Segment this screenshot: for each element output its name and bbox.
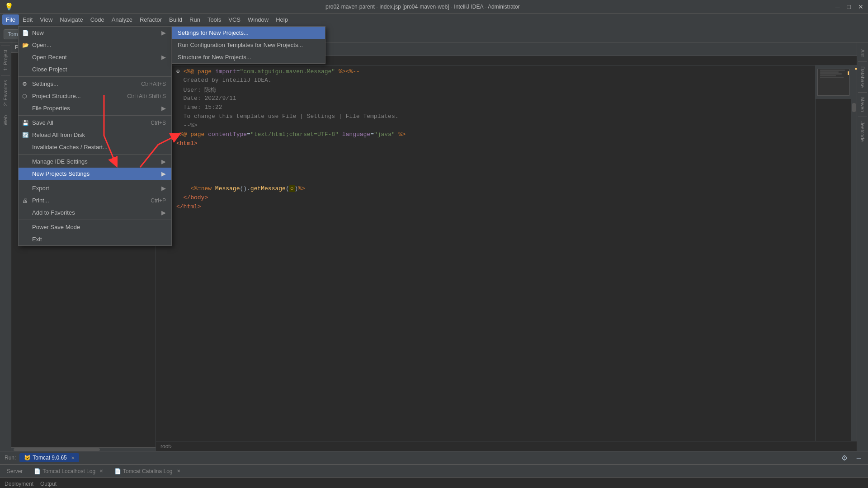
web-tab[interactable]: Web xyxy=(1,111,10,130)
fm-new-projects-settings[interactable]: New Projects Settings ▶ xyxy=(19,168,171,180)
fm-divider-1 xyxy=(19,76,171,77)
fm-new-label: New xyxy=(32,29,44,36)
fm-manage-ide[interactable]: Manage IDE Settings ▶ xyxy=(19,155,171,168)
maximize-button[interactable]: □ xyxy=(847,3,851,10)
fm-close-project[interactable]: Close Project xyxy=(19,63,171,75)
close-button[interactable]: ✕ xyxy=(858,3,863,10)
fm-power-save-label: Power Save Mode xyxy=(32,224,80,230)
fm-save-all[interactable]: 💾 Save All Ctrl+S xyxy=(19,117,171,129)
code-line-11: 11 xyxy=(156,158,815,167)
menu-build[interactable]: Build xyxy=(165,14,186,25)
menu-bar: File Edit View Navigate Code Analyze Ref… xyxy=(0,14,868,26)
bottom-tab-catalina-log[interactable]: 📄 Tomcat Catalina Log ✕ xyxy=(110,466,184,476)
menu-refactor[interactable]: Refactor xyxy=(136,14,165,25)
fm-add-favorites[interactable]: Add to Favorites ▶ xyxy=(19,206,171,219)
fm-divider-4 xyxy=(19,181,171,181)
fm-file-properties[interactable]: File Properties ▶ xyxy=(19,102,171,114)
open-icon: 📂 xyxy=(22,42,29,48)
fm-reload-disk[interactable]: 🔄 Reload All from Disk xyxy=(19,129,171,141)
menu-run[interactable]: Run xyxy=(186,14,204,25)
print-icon: 🖨 xyxy=(22,197,28,204)
fm-project-structure-label: Project Structure... xyxy=(32,93,81,99)
code-line-1: 1 ⊕ <%@ page import="com.atguigu.maven.M… xyxy=(156,68,815,77)
run-strip: Run: 🐱 Tomcat 9.0.65 ✕ ⚙ ─ xyxy=(0,451,868,465)
fm-print-label: Print... xyxy=(32,197,49,204)
file-properties-arrow: ▶ xyxy=(161,105,166,112)
fm-add-favorites-label: Add to Favorites xyxy=(32,209,75,216)
ant-tab[interactable]: Ant xyxy=(858,45,867,62)
editor-vscrollbar[interactable] xyxy=(851,66,857,441)
project-structure-icon: ⬡ xyxy=(22,93,27,99)
minimize-button[interactable]: ─ xyxy=(835,3,840,10)
scroll-marker-yellow xyxy=(855,68,857,70)
sm-structure-new[interactable]: Structure for New Projects... xyxy=(172,51,325,63)
menu-edit[interactable]: Edit xyxy=(19,14,36,25)
maven-tab[interactable]: Maven xyxy=(858,93,867,117)
favorites-tab[interactable]: 2: Favorites xyxy=(1,75,10,110)
run-label: Run: xyxy=(5,455,16,461)
left-vertical-tabs: 1: Project 2: Favorites Web xyxy=(0,42,11,451)
code-line-12: 12 xyxy=(156,167,815,176)
fm-exit-label: Exit xyxy=(32,236,42,243)
menu-vcs[interactable]: VCS xyxy=(225,14,244,25)
jeetcode-tab[interactable]: Jeetcode xyxy=(858,117,867,146)
fm-divider-5 xyxy=(19,220,171,220)
menu-window[interactable]: Window xyxy=(244,14,272,25)
fm-settings-shortcut: Ctrl+Alt+S xyxy=(141,81,166,87)
run-tab-tomcat[interactable]: 🐱 Tomcat 9.0.65 ✕ xyxy=(19,453,79,462)
menu-analyze[interactable]: Analyze xyxy=(108,14,136,25)
code-editor[interactable]: 1 ⊕ <%@ page import="com.atguigu.maven.M… xyxy=(156,66,815,441)
bottom-subtabs: Deployment Output xyxy=(0,478,868,488)
code-line-14: 14 <%=new Message().getMessage(○)%> xyxy=(156,185,815,194)
code-footer: root › xyxy=(156,441,857,451)
database-tab[interactable]: Database xyxy=(858,62,867,93)
fm-open-recent[interactable]: Open Recent ▶ xyxy=(19,51,171,63)
fm-export[interactable]: Export ▶ xyxy=(19,182,171,194)
menu-navigate[interactable]: Navigate xyxy=(56,14,86,25)
menu-view[interactable]: View xyxy=(36,14,56,25)
code-line-17: 17 xyxy=(156,212,815,221)
fm-reload-label: Reload All from Disk xyxy=(32,131,85,138)
run-minimize-button[interactable]: ─ xyxy=(854,453,863,463)
menu-code[interactable]: Code xyxy=(87,14,108,25)
deployment-tab[interactable]: Deployment xyxy=(5,481,33,487)
menu-file[interactable]: File xyxy=(2,14,19,25)
add-favorites-arrow: ▶ xyxy=(161,209,166,216)
fm-power-save[interactable]: Power Save Mode xyxy=(19,221,171,233)
menu-tools[interactable]: Tools xyxy=(204,14,225,25)
bottom-panel: Server 📄 Tomcat Localhost Log ✕ 📄 Tomcat… xyxy=(0,465,868,488)
catalina-log-close[interactable]: ✕ xyxy=(177,469,180,474)
project-scrollbar-thumb[interactable] xyxy=(14,448,100,451)
fm-print-shortcut: Ctrl+P xyxy=(151,197,166,204)
bottom-tab-server[interactable]: Server xyxy=(2,466,27,476)
reload-icon: 🔄 xyxy=(22,132,29,138)
fm-open-label: Open... xyxy=(32,42,52,48)
fm-manage-ide-label: Manage IDE Settings xyxy=(32,158,88,165)
menu-help[interactable]: Help xyxy=(272,14,292,25)
code-line-2: 2 Created by IntelliJ IDEA. xyxy=(156,77,815,86)
localhost-log-close[interactable]: ✕ xyxy=(99,469,103,474)
code-line-4: 4 Date: 2022/9/11 xyxy=(156,95,815,104)
run-settings-button[interactable]: ⚙ xyxy=(839,452,850,464)
fm-invalidate-caches[interactable]: Invalidate Caches / Restart... xyxy=(19,141,171,153)
output-tab[interactable]: Output xyxy=(40,481,57,487)
fm-new[interactable]: 📄 New ▶ xyxy=(19,27,171,39)
fm-open[interactable]: 📂 Open... xyxy=(19,39,171,51)
sm-run-config-templates[interactable]: Run Configuration Templates for New Proj… xyxy=(172,39,325,51)
code-line-8: 8 <%@ page contentType="text/html;charse… xyxy=(156,131,815,140)
sm-settings-new-projects[interactable]: Settings for New Projects... xyxy=(172,27,325,39)
bottom-tab-localhost-log[interactable]: 📄 Tomcat Localhost Log ✕ xyxy=(29,466,108,476)
fm-settings[interactable]: ⚙ Settings... Ctrl+Alt+S xyxy=(19,78,171,90)
project-tab[interactable]: 1: Project xyxy=(1,45,10,75)
minimap xyxy=(815,66,851,441)
fm-save-all-label: Save All xyxy=(32,119,53,126)
project-scrollbar[interactable] xyxy=(11,447,156,451)
fm-project-structure[interactable]: ⬡ Project Structure... Ctrl+Alt+Shift+S xyxy=(19,90,171,102)
fm-print[interactable]: 🖨 Print... Ctrl+P xyxy=(19,194,171,206)
manage-ide-arrow: ▶ xyxy=(161,158,166,165)
run-tomcat-close[interactable]: ✕ xyxy=(71,455,75,460)
fm-exit[interactable]: Exit xyxy=(19,233,171,245)
code-root: root xyxy=(160,443,170,450)
fm-divider-2 xyxy=(19,115,171,116)
vscrollbar-thumb[interactable] xyxy=(852,103,856,112)
